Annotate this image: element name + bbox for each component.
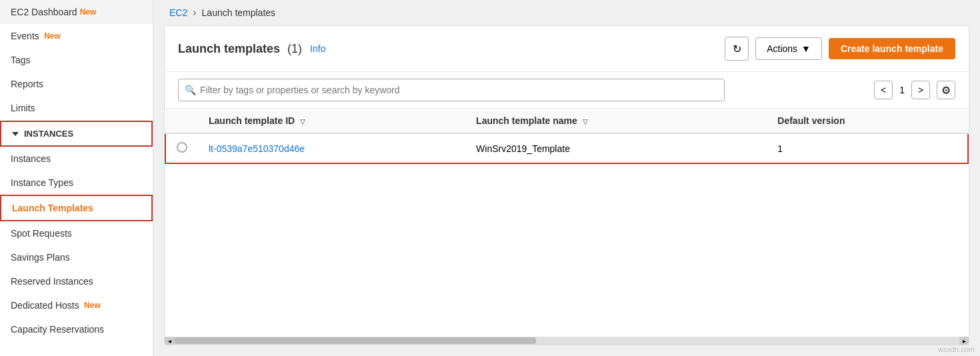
scroll-arrow-right[interactable]: ▸ xyxy=(959,337,969,345)
pagination-prev-button[interactable]: < xyxy=(874,81,893,99)
sidebar-item-label: Reserved Instances xyxy=(11,276,93,287)
sidebar-item-label: Tags xyxy=(11,55,31,65)
table-container: Launch template ID ▽ Launch template nam… xyxy=(165,109,969,337)
sidebar-item-savings-plans[interactable]: Savings Plans xyxy=(0,245,153,269)
sidebar-item-dedicated-hosts[interactable]: Dedicated Hosts New xyxy=(0,293,153,317)
table-header-select xyxy=(165,109,198,133)
pagination-next-button[interactable]: > xyxy=(911,81,930,99)
sidebar-item-label: Savings Plans xyxy=(11,252,70,263)
actions-button[interactable]: Actions ▼ xyxy=(755,37,822,60)
table-header-default-version: Default version xyxy=(767,109,968,133)
collapse-triangle-icon xyxy=(12,132,19,136)
sidebar-item-capacity-reservations[interactable]: Capacity Reservations xyxy=(0,317,153,341)
sidebar-item-ec2-dashboard[interactable]: EC2 Dashboard New xyxy=(0,0,153,24)
sidebar-item-label: Instances xyxy=(11,153,51,164)
refresh-icon: ↻ xyxy=(733,43,741,55)
info-link[interactable]: Info xyxy=(310,43,325,54)
sidebar-item-label: Limits xyxy=(11,103,35,113)
breadcrumb-current: Launch templates xyxy=(202,7,276,18)
panel-title-text: Launch templates xyxy=(178,42,280,55)
table-settings-button[interactable]: ⚙ xyxy=(937,81,955,99)
create-launch-template-button[interactable]: Create launch template xyxy=(829,38,955,59)
default-version: 1 xyxy=(777,143,783,154)
sidebar-item-limits[interactable]: Limits xyxy=(0,96,153,120)
sidebar-item-label: Launch Templates xyxy=(12,203,93,213)
breadcrumb: EC2 › Launch templates xyxy=(153,0,980,25)
sidebar-section-label: INSTANCES xyxy=(24,129,73,139)
template-id-cell: lt-0539a7e510370d46e xyxy=(198,133,465,163)
search-input[interactable] xyxy=(178,79,725,101)
sidebar-item-spot-requests[interactable]: Spot Requests xyxy=(0,221,153,245)
table-header-template-id[interactable]: Launch template ID ▽ xyxy=(198,109,465,133)
table-row[interactable]: lt-0539a7e510370d46e WinSrv2019_Template… xyxy=(165,133,968,163)
watermark: wsxdn.com xyxy=(938,345,975,353)
next-icon: > xyxy=(918,85,923,95)
breadcrumb-separator: › xyxy=(193,7,196,19)
sidebar-item-label: Reports xyxy=(11,79,43,89)
default-version-cell: 1 xyxy=(767,133,968,163)
sidebar-nav: EC2 Dashboard New Events New Tags Report… xyxy=(0,0,153,341)
main-content: EC2 › Launch templates Launch templates … xyxy=(153,0,980,356)
settings-icon: ⚙ xyxy=(941,84,951,97)
sidebar-collapse-button[interactable]: ‹ xyxy=(153,165,153,191)
sidebar: EC2 Dashboard New Events New Tags Report… xyxy=(0,0,153,356)
pagination-current-page: 1 xyxy=(897,85,907,95)
sidebar-item-label: Capacity Reservations xyxy=(11,324,104,335)
sidebar-item-label: Instance Types xyxy=(11,177,73,188)
template-name-cell: WinSrv2019_Template xyxy=(465,133,767,163)
sidebar-item-launch-templates[interactable]: Launch Templates xyxy=(0,195,153,221)
sidebar-item-tags[interactable]: Tags xyxy=(0,48,153,72)
panel-actions: ↻ Actions ▼ Create launch template xyxy=(725,37,955,61)
sidebar-item-label: EC2 Dashboard xyxy=(11,7,77,17)
sidebar-item-reports[interactable]: Reports xyxy=(0,72,153,96)
badge-new: New xyxy=(80,7,97,17)
row-select-cell[interactable] xyxy=(165,133,198,163)
sidebar-item-events[interactable]: Events New xyxy=(0,24,153,48)
template-id-link[interactable]: lt-0539a7e510370d46e xyxy=(209,143,305,154)
template-name: WinSrv2019_Template xyxy=(476,143,570,154)
actions-label: Actions xyxy=(767,43,797,54)
panel-title-group: Launch templates (1) Info xyxy=(178,42,325,56)
panel-title: Launch templates (1) xyxy=(178,42,302,56)
search-icon: 🔍 xyxy=(185,85,196,95)
scroll-thumb[interactable] xyxy=(174,337,536,344)
table-horizontal-scrollbar[interactable]: ◂ ▸ xyxy=(165,337,969,345)
scroll-arrow-left[interactable]: ◂ xyxy=(165,337,174,345)
sidebar-item-instances[interactable]: Instances xyxy=(0,147,153,171)
prev-icon: < xyxy=(881,85,886,95)
panel-header: Launch templates (1) Info ↻ Actions ▼ Cr… xyxy=(165,26,969,72)
pagination-controls: < 1 > ⚙ xyxy=(874,81,955,99)
badge-new: New xyxy=(42,31,61,41)
panel-count: (1) xyxy=(287,42,302,55)
sidebar-instances-header: INSTANCES xyxy=(0,121,153,147)
table-header-template-name[interactable]: Launch template name ▽ xyxy=(465,109,767,133)
search-input-wrapper: 🔍 xyxy=(178,79,725,101)
sidebar-item-label: Spot Requests xyxy=(11,228,72,239)
chevron-down-icon: ▼ xyxy=(801,43,811,54)
sort-icon: ▽ xyxy=(300,118,305,125)
refresh-button[interactable]: ↻ xyxy=(725,37,749,61)
sidebar-item-reserved-instances[interactable]: Reserved Instances xyxy=(0,269,153,293)
sidebar-item-label: Events xyxy=(11,31,39,41)
search-bar-row: 🔍 < 1 > ⚙ xyxy=(165,72,969,109)
content-panel: Launch templates (1) Info ↻ Actions ▼ Cr… xyxy=(164,25,969,345)
breadcrumb-ec2-link[interactable]: EC2 xyxy=(169,7,187,18)
sidebar-item-label: Dedicated Hosts xyxy=(11,300,79,311)
sort-icon: ▽ xyxy=(583,118,588,125)
radio-button[interactable] xyxy=(177,142,187,153)
launch-templates-table: Launch template ID ▽ Launch template nam… xyxy=(165,109,969,164)
badge-new: New xyxy=(82,301,101,310)
sidebar-item-instance-types[interactable]: Instance Types xyxy=(0,171,153,195)
table-header-row: Launch template ID ▽ Launch template nam… xyxy=(165,109,968,133)
